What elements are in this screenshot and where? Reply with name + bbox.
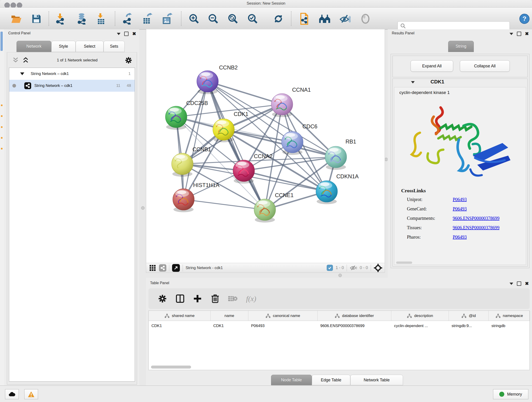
warning-button[interactable] (24, 389, 38, 399)
panel-close-icon[interactable]: ✖ (132, 32, 136, 36)
collapse-all-icon[interactable] (12, 57, 19, 64)
expand-all-icon[interactable] (22, 57, 30, 64)
share-file-button[interactable] (298, 13, 310, 25)
delete-trash-icon[interactable] (211, 294, 220, 303)
tab-sets[interactable]: Sets (104, 41, 125, 52)
zoom-in-button[interactable] (188, 13, 200, 25)
crosslink-link[interactable]: P06493 (453, 235, 467, 240)
import-table-button[interactable] (95, 13, 107, 25)
panel-float-icon[interactable] (517, 32, 521, 36)
table-hscrollbar-thumb[interactable] (151, 366, 191, 369)
crosslink-label: Compartments: (407, 216, 453, 221)
help-button[interactable]: ? (518, 13, 531, 25)
crosslink-label: GeneCard: (407, 206, 453, 211)
horizontal-splitter-handle[interactable] (338, 274, 342, 277)
right-splitter-handle[interactable] (385, 158, 388, 161)
panel-close-icon[interactable]: ✖ (525, 282, 529, 285)
export-network-button[interactable] (121, 13, 133, 25)
section-collapse-icon[interactable] (411, 81, 415, 83)
export-image-button[interactable] (161, 13, 173, 25)
results-panel-title: Results Panel (392, 31, 414, 35)
tab-string[interactable]: String (448, 41, 474, 52)
node-result-content: cyclin-dependent kinase 1 (394, 87, 526, 265)
network-edge[interactable] (184, 199, 265, 210)
cloud-icon (8, 392, 15, 397)
zoom-out-button[interactable] (207, 13, 220, 25)
network-share-icon[interactable] (159, 264, 166, 272)
panel-float-icon[interactable] (517, 281, 521, 286)
collapse-all-button[interactable]: Collapse All (460, 60, 510, 72)
results-hscrollbar-thumb[interactable] (396, 262, 412, 264)
export-table-button[interactable] (141, 13, 153, 25)
crosslink-row: Tissues:9606.ENSP00000378699 (407, 225, 521, 230)
zoom-selected-button[interactable] (247, 13, 259, 25)
open-in-window-icon[interactable] (172, 264, 180, 272)
network-row-selected[interactable]: String Network – cdk1 11 48 (9, 80, 135, 92)
add-column-icon[interactable] (176, 294, 185, 303)
network-label: String Network – cdk1 (34, 83, 72, 88)
tab-edge-table[interactable]: Edge Table (312, 375, 350, 385)
tab-style[interactable]: Style (51, 41, 76, 52)
search-input[interactable] (407, 24, 510, 28)
zoom-selected-icon (247, 13, 258, 24)
panel-float-icon[interactable] (124, 32, 128, 36)
import-network-button[interactable] (54, 13, 66, 25)
expand-all-button[interactable]: Expand All (411, 60, 453, 72)
search-field[interactable] (398, 21, 510, 31)
gear-icon[interactable] (125, 57, 132, 64)
grid-view-icon[interactable] (149, 265, 156, 271)
zoom-fit-button[interactable] (227, 13, 239, 25)
network-node-RB1[interactable]: RB1 (325, 138, 356, 170)
tab-network[interactable]: Network (17, 41, 51, 52)
network-node-HIST1H1A[interactable]: HIST1H1A (173, 182, 220, 212)
node-table-header: shared namenamecanonical namedatabase id… (149, 311, 530, 321)
crosslink-link[interactable]: 9606.ENSP00000378699 (453, 225, 500, 230)
panel-menu-icon[interactable] (117, 33, 120, 35)
panel-close-icon[interactable]: ✖ (525, 32, 529, 36)
edge-count: 48 (127, 83, 131, 88)
column-header-label: name (225, 313, 234, 318)
network-edge[interactable] (184, 81, 208, 199)
column-header--id[interactable]: @id (449, 311, 489, 321)
network-edge[interactable] (208, 81, 282, 104)
network-edge[interactable] (208, 81, 265, 210)
column-header-database-identifier[interactable]: database identifier (317, 311, 391, 321)
network-collection-row[interactable]: String Network – cdk1 1 (9, 68, 135, 80)
network-view-canvas[interactable]: CCNB2CCNA1CDC25BCDK1CDC6RB1CCNB1CCNA2CDK… (146, 29, 385, 263)
crosslink-link[interactable]: P06493 (453, 197, 467, 202)
network-node-CDKN1A[interactable]: CDKN1A (316, 173, 359, 204)
column-header-label: @id (469, 313, 476, 318)
crosslink-link[interactable]: 9606.ENSP00000378699 (453, 216, 500, 221)
show-sphere-button[interactable] (359, 13, 372, 25)
add-row-icon[interactable] (193, 294, 202, 303)
left-splitter-handle[interactable] (141, 206, 145, 210)
column-header-name[interactable]: name (210, 311, 248, 321)
open-session-button[interactable] (10, 13, 22, 25)
open-session-icon (11, 14, 22, 24)
birds-eye-crosshair-icon[interactable] (374, 264, 382, 272)
table-row[interactable]: CDK1CDK1P064939606.ENSP00000378699cyclin… (149, 321, 530, 331)
tab-network-table[interactable]: Network Table (350, 375, 403, 385)
svg-text:?: ? (522, 15, 526, 22)
tab-select[interactable]: Select (76, 41, 104, 52)
column-header-canonical-name[interactable]: canonical name (248, 311, 317, 321)
column-header-namespace[interactable]: namespace (489, 311, 530, 321)
hide-eye-button[interactable] (339, 13, 351, 25)
control-panel-title: Control Panel (8, 31, 31, 35)
crosslink-link[interactable]: P06493 (453, 206, 467, 211)
import-database-button[interactable] (76, 13, 88, 25)
table-gear-icon[interactable] (158, 294, 167, 303)
memory-button[interactable]: Memory (493, 389, 528, 399)
selected-checkbox[interactable] (327, 265, 333, 271)
column-header-shared-name[interactable]: shared name (149, 311, 210, 321)
save-session-button[interactable] (30, 13, 43, 25)
panel-menu-icon[interactable] (510, 283, 513, 285)
refresh-button[interactable] (272, 13, 285, 25)
tree-expander-icon[interactable] (20, 72, 24, 75)
home-network-button[interactable] (318, 13, 331, 25)
network-node-CCNE1[interactable]: CCNE1 (254, 192, 293, 223)
tab-node-table[interactable]: Node Table (271, 375, 312, 385)
column-header-description[interactable]: description (391, 311, 449, 321)
panel-menu-icon[interactable] (510, 33, 513, 35)
cloud-button[interactable] (5, 389, 19, 399)
